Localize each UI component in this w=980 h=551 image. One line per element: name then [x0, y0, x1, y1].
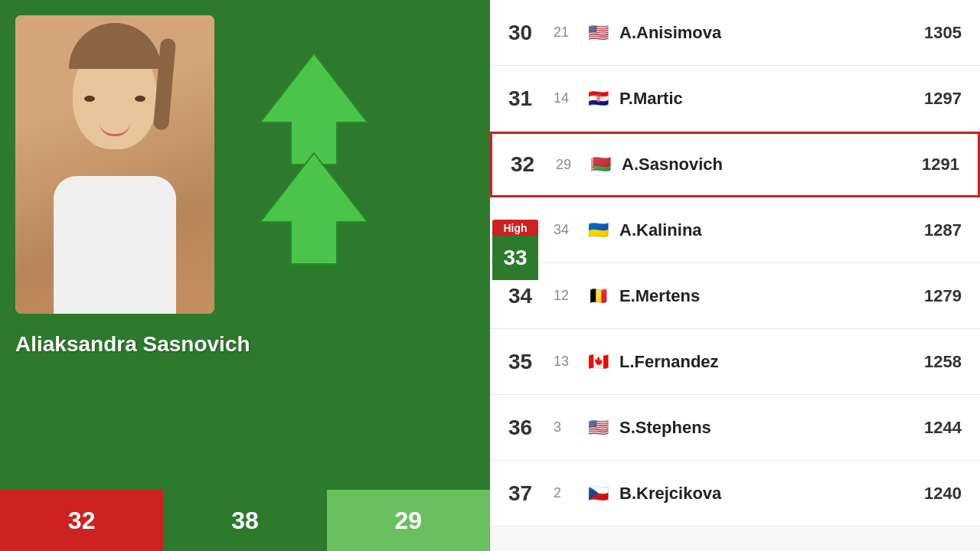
high-badge-label: High: [492, 220, 538, 236]
rank-number: 37: [508, 481, 550, 506]
svg-marker-0: [260, 54, 368, 165]
player-row-name: B.Krejcikova: [619, 484, 924, 504]
player-row-name: P.Martic: [619, 89, 924, 109]
age-number: 34: [554, 222, 584, 238]
ranking-row: 35 13 🇨🇦 L.Fernandez 1258: [490, 329, 980, 395]
stat-matches: 38: [163, 490, 326, 551]
ranking-row: 31 14 🇭🇷 P.Martic 1297: [490, 66, 980, 132]
flag-icon: 🇭🇷: [584, 90, 612, 107]
stat-age: 29: [327, 490, 490, 551]
age-number: 13: [554, 354, 584, 370]
points: 1240: [924, 484, 962, 504]
rank-number: 36: [508, 416, 550, 440]
player-name: Aliaksandra Sasnovich: [15, 332, 250, 357]
age-number: 29: [556, 157, 586, 173]
flag-icon: 🇧🇾: [586, 156, 614, 173]
points: 1244: [924, 418, 962, 438]
rank-number: 32: [511, 152, 553, 177]
ranking-row: 37 2 🇨🇿 B.Krejcikova 1240: [490, 461, 980, 527]
player-row-name: L.Fernandez: [619, 352, 924, 372]
player-row-name: S.Stephens: [619, 418, 924, 438]
flag-icon: 🇺🇦: [584, 222, 612, 239]
points: 1287: [924, 220, 962, 240]
ranking-row: 30 21 🇺🇸 A.Anisimova 1305: [490, 0, 980, 66]
points: 1305: [924, 23, 962, 43]
rank-number: 35: [508, 350, 550, 374]
age-number: 21: [554, 24, 584, 41]
player-photo: [15, 15, 214, 314]
ranking-row: 33 34 🇺🇦 A.Kalinina 1287: [490, 197, 980, 263]
flag-icon: 🇺🇸: [584, 24, 612, 41]
age-number: 12: [554, 288, 584, 304]
age-number: 3: [554, 419, 584, 435]
rank-number: 31: [508, 86, 550, 111]
ranking-row: 34 12 🇧🇪 E.Mertens 1279: [490, 263, 980, 329]
rankings-list: 30 21 🇺🇸 A.Anisimova 1305 31 14 🇭🇷 P.Mar…: [490, 0, 980, 527]
player-row-name: A.Sasnovich: [622, 155, 922, 174]
player-row-name: E.Mertens: [619, 286, 924, 306]
age-number: 14: [554, 90, 584, 106]
flag-icon: 🇧🇪: [584, 288, 612, 305]
rank-number: 34: [508, 284, 550, 308]
left-panel: Aliaksandra Sasnovich 32 38 29: [0, 0, 490, 551]
flag-icon: 🇨🇿: [584, 485, 612, 502]
stat-rank: 32: [0, 490, 163, 551]
points: 1291: [922, 155, 959, 174]
ranking-row: 32 29 🇧🇾 A.Sasnovich 1291: [490, 132, 980, 197]
points: 1297: [924, 89, 962, 109]
points: 1258: [924, 352, 962, 372]
rank-number: 30: [508, 21, 550, 45]
bottom-stats: 32 38 29: [0, 490, 490, 551]
flag-icon: 🇺🇸: [584, 419, 612, 436]
right-panel: 30 21 🇺🇸 A.Anisimova 1305 31 14 🇭🇷 P.Mar…: [490, 0, 980, 551]
svg-marker-1: [260, 153, 368, 264]
points: 1279: [924, 286, 962, 306]
player-row-name: A.Anisimova: [619, 23, 924, 43]
player-row-name: A.Kalinina: [619, 220, 924, 240]
high-badge-number: 33: [492, 236, 538, 280]
flag-icon: 🇨🇦: [584, 354, 612, 370]
trend-arrow: [237, 46, 390, 291]
age-number: 2: [554, 485, 584, 501]
ranking-row: 36 3 🇺🇸 S.Stephens 1244: [490, 395, 980, 461]
